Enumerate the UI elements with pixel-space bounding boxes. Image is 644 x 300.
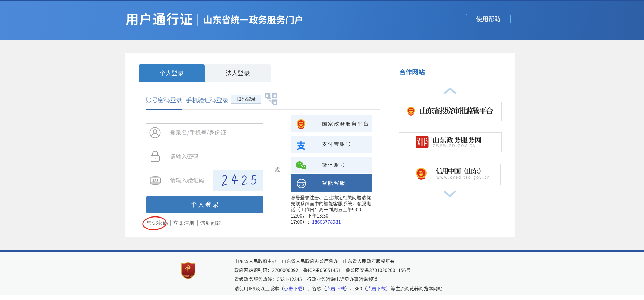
svg-text:123: 123 — [152, 179, 158, 183]
